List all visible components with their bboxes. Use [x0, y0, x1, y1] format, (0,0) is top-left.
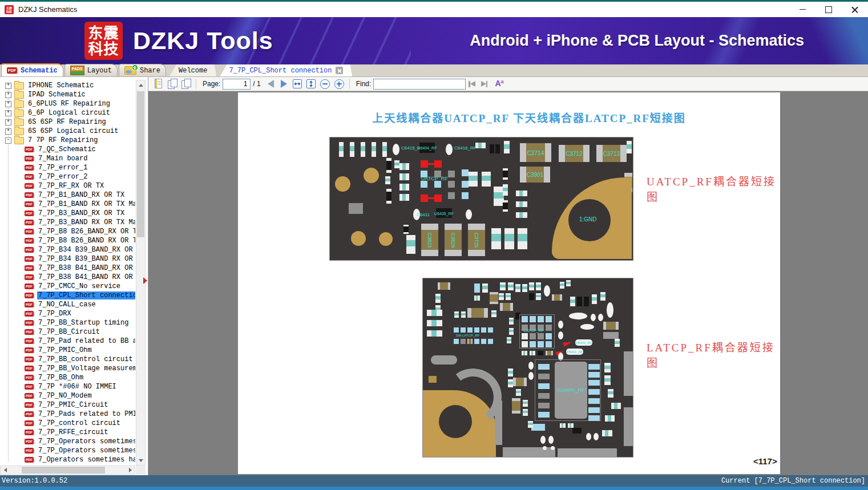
pdf-icon: PDF: [25, 430, 34, 435]
doc-tab-welcome[interactable]: Welcome: [169, 64, 216, 76]
tree-item[interactable]: PDF7_QC_Schematic: [0, 145, 135, 154]
scroll-right-button[interactable]: [126, 466, 135, 474]
zoom-in-button[interactable]: [334, 79, 344, 89]
previous-page-button[interactable]: [268, 80, 274, 88]
pcb-component: [538, 393, 550, 399]
tree-item[interactable]: PDF7_7P_B3_BAND_RX OR TX: [0, 209, 135, 218]
pcb-component: [364, 168, 379, 183]
snapshot-button[interactable]: [180, 78, 192, 90]
tree-item[interactable]: PDF7_7P_B34 B39_BAND_RX OR TX: [0, 245, 135, 254]
page-number-input[interactable]: [223, 79, 251, 90]
tree-item[interactable]: PDF7_7P *#06# NO IMMEI: [0, 382, 135, 391]
tree-item[interactable]: PDF7_Main board: [0, 154, 135, 163]
tree-item[interactable]: PDF7_7P_error_2: [0, 172, 135, 181]
tab-share[interactable]: Share: [119, 64, 166, 76]
tree-item[interactable]: PDF7_7P_BB_Voltage measurement: [0, 364, 135, 373]
triangle-right-icon: [481, 81, 486, 87]
tree-item[interactable]: PDF7_7P_B3_BAND RX OR TX Main bo: [0, 218, 135, 227]
tree-item[interactable]: PDF7_7P_PMIC_Ohm: [0, 346, 135, 355]
tree-expand-toggle[interactable]: +: [5, 119, 11, 125]
zoom-out-button[interactable]: [320, 79, 330, 89]
tree-item[interactable]: PDF7_7P_B38 B41_BAND_RX OR TX: [0, 264, 135, 273]
tree-item[interactable]: PDF7_7P_Pads related to PMIC and: [0, 410, 135, 419]
tree-item[interactable]: +6_6P Logical circuit: [0, 108, 135, 118]
tree-expand-toggle[interactable]: +: [5, 83, 11, 89]
tree-item[interactable]: PDF7_7P_BB_Startup timing: [0, 318, 135, 327]
tree-item[interactable]: +IPAD Schematic: [0, 90, 135, 99]
pcb-image-uatcp: C6415_RFU6404_RFC6416_RFUATCP_RFC3714C39…: [329, 137, 633, 261]
plus-icon: [132, 64, 138, 71]
tree-item[interactable]: PDF7_7P_RF_RX OR TX: [0, 181, 135, 191]
tree-item[interactable]: PDF7_NO_CALL_case: [0, 300, 135, 309]
tree-item[interactable]: PDF7_7P_NO_Modem: [0, 391, 135, 400]
minimize-button[interactable]: [789, 2, 815, 17]
find-next-button[interactable]: [481, 81, 488, 87]
pdf-icon: PDF: [25, 265, 34, 271]
pcb-component: [351, 231, 366, 246]
tree-item[interactable]: PDF7_7P_BB_Ohm: [0, 373, 135, 382]
pcb-component: [594, 433, 599, 440]
next-page-button[interactable]: [281, 80, 287, 88]
tree-item[interactable]: PDF7_7P_B8 B26_BAND_RX OR TX: [0, 227, 135, 236]
tree-item[interactable]: +6S 6SP RF Repairing: [0, 118, 135, 127]
tree-item[interactable]: +6_6PLUS RF Repairing: [0, 99, 135, 108]
tree-expand-toggle[interactable]: +: [5, 92, 11, 98]
tree-horizontal-scrollbar[interactable]: [0, 465, 135, 475]
doc-tab-current[interactable]: 7_7P_CPL_Short connection: [220, 64, 352, 76]
fit-page-button[interactable]: [306, 79, 316, 88]
tree-item[interactable]: PDF7_7P_CMCC_No service: [0, 282, 135, 291]
fit-width-button[interactable]: [293, 79, 302, 88]
tree-item[interactable]: PDF7_7P_PMIC_Circuit: [0, 400, 135, 410]
scrollbar-thumb[interactable]: [137, 91, 144, 237]
pdf-icon: PDF: [25, 229, 34, 234]
tree-item[interactable]: PDF7_7P_B38 B41_BAND RX OR TX Ma: [0, 273, 135, 282]
pcb-component: [461, 311, 466, 318]
scroll-left-button[interactable]: [1, 466, 10, 474]
tree-expand-toggle[interactable]: +: [5, 110, 11, 116]
pcb-component: [491, 310, 496, 317]
tree-item[interactable]: -7 7P RF Repairing: [0, 136, 135, 145]
close-button[interactable]: [842, 2, 868, 17]
pcb-component: [588, 398, 600, 404]
tab-close-icon[interactable]: [336, 67, 343, 74]
find-previous-button[interactable]: [469, 81, 475, 87]
tree-item[interactable]: PDF7_7P_BB_Circuit: [0, 327, 135, 337]
tab-schematic[interactable]: PDF Schematic: [1, 63, 63, 76]
tree-item[interactable]: PDF7_7P_DRX: [0, 309, 135, 318]
find-input[interactable]: [373, 79, 466, 90]
tree-expand-toggle[interactable]: +: [5, 128, 11, 135]
tree-item-label: 7_Main board: [37, 155, 88, 163]
bar-icon: [486, 81, 488, 87]
tree-item[interactable]: PDF7_7P_Operators sometimes have: [0, 446, 135, 455]
tree-vertical-scrollbar[interactable]: [136, 80, 146, 465]
tree-item[interactable]: PDF7_Operators sometimes have no: [0, 455, 135, 464]
tree-item[interactable]: PDF7_7P_B1_BAND_RX OR TX: [0, 191, 135, 200]
tab-layout[interactable]: PADS Layout: [64, 64, 118, 76]
tree-item[interactable]: PDF7_7P_Operators sometimes have: [0, 437, 135, 446]
tree-expand-toggle[interactable]: +: [5, 101, 11, 107]
tree-item[interactable]: +IPHONE Schematic: [0, 81, 135, 90]
tree-item[interactable]: PDF7_7P_B1_BAND RX OR TX Main bo: [0, 200, 135, 209]
tree-item[interactable]: PDF7_7P_RFFE_circuit: [0, 428, 135, 437]
font-size-button[interactable]: Aa: [495, 80, 503, 87]
scroll-down-button[interactable]: [136, 456, 145, 465]
tree-item[interactable]: PDF7_7P_Pad related to BB and 4G: [0, 337, 135, 346]
pcb-C3712: C3712: [559, 145, 590, 162]
tree-item[interactable]: PDF7_7P_CPL_Short connection: [0, 291, 135, 300]
scrollbar-thumb[interactable]: [22, 467, 105, 473]
tree-item[interactable]: PDF7_7P_BB_control circuit: [0, 355, 135, 364]
tree-item[interactable]: PDF7_7P_B34 B39_BAND RX OR TX Ma: [0, 254, 135, 264]
tree-item[interactable]: PDF7_7P_error_1: [0, 163, 135, 172]
pdf-icon: PDF: [25, 220, 34, 225]
maximize-button[interactable]: [815, 2, 842, 17]
pcb-component: [475, 143, 486, 148]
tree-item[interactable]: +6S 6SP Logical circuit: [0, 127, 135, 136]
tree-item[interactable]: PDF7_7P_control circuit: [0, 419, 135, 428]
copy-page-button[interactable]: [167, 78, 178, 90]
scroll-up-button[interactable]: [136, 80, 145, 90]
pcb-component: [462, 192, 469, 199]
tree-expand-toggle[interactable]: -: [5, 137, 11, 144]
tree-item[interactable]: PDF7_7P_B8 B26_BAND RX OR TX Mai: [0, 236, 135, 245]
copy-text-button[interactable]: [153, 78, 164, 90]
splitter-collapse-arrow[interactable]: [143, 277, 147, 284]
